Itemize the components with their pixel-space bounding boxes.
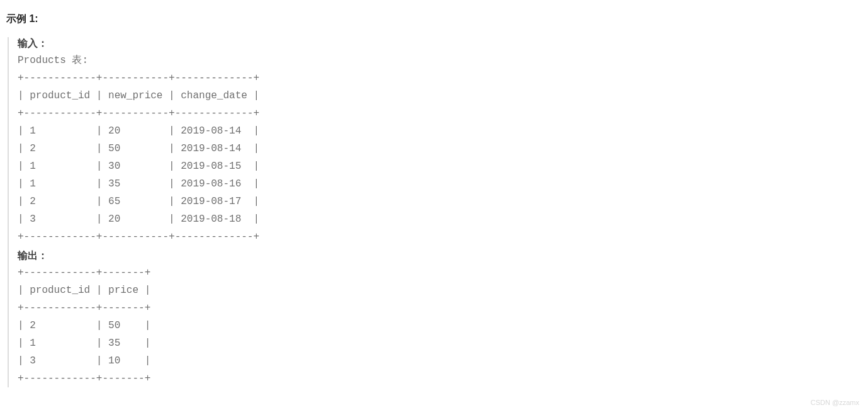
output-table-row: | 2 | 50 |	[18, 317, 862, 334]
input-table-row: | 1 | 20 | 2019-08-14 |	[18, 122, 862, 140]
input-section-label: 输入：	[18, 37, 862, 50]
output-table-border-bot: +------------+-------+	[18, 370, 862, 387]
input-table-row: | 1 | 35 | 2019-08-16 |	[18, 175, 862, 193]
input-table-row: | 1 | 30 | 2019-08-15 |	[18, 157, 862, 175]
output-table-row: | 3 | 10 |	[18, 352, 862, 370]
input-table-row: | 2 | 50 | 2019-08-14 |	[18, 140, 862, 157]
output-table-border-mid: +------------+-------+	[18, 299, 862, 317]
watermark-text: CSDN @zzamx	[811, 399, 859, 406]
input-table-border-mid: +------------+-----------+-------------+	[18, 105, 862, 122]
input-table-border-top: +------------+-----------+-------------+	[18, 69, 862, 87]
input-table-header: | product_id | new_price | change_date |	[18, 87, 862, 105]
example-heading: 示例 1:	[6, 13, 862, 26]
output-table-row: | 1 | 35 |	[18, 334, 862, 352]
example-block: 输入： Products 表: +------------+----------…	[8, 37, 862, 387]
input-products-label: Products 表:	[18, 52, 862, 69]
input-table-border-bot: +------------+-----------+-------------+	[18, 228, 862, 246]
output-table-border-top: +------------+-------+	[18, 264, 862, 282]
input-table-row: | 3 | 20 | 2019-08-18 |	[18, 210, 862, 228]
input-table-row: | 2 | 65 | 2019-08-17 |	[18, 193, 862, 210]
output-table-header: | product_id | price |	[18, 282, 862, 299]
output-section-label: 输出：	[18, 249, 862, 263]
